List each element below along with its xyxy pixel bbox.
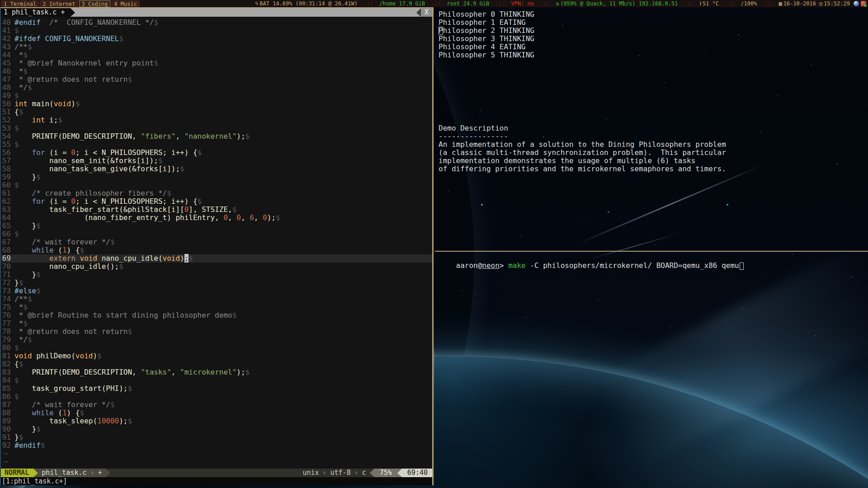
code-line[interactable]: 92#endif$ [1,441,432,450]
code-line[interactable]: 58 nano_task_sem_give(&forks[i]);$ [1,165,432,173]
vim-tab[interactable]: 1 phil_task.c + [1,8,71,17]
terminal-shell[interactable]: aaron@neon> make -C philosophers/microke… [435,251,868,488]
code-line[interactable]: 42#ifdef CONFIG_NANOKERNEL$ [1,35,432,43]
code-line[interactable]: 89 task_sleep(10000);$ [1,417,432,425]
code-line[interactable]: 71 }$ [1,271,432,279]
code-line[interactable]: 68 while (1) {$ [1,246,432,254]
line-number: 49 [1,92,14,100]
code-text: nano_task_sem_give(&forks[i]);$ [14,165,184,173]
code-line[interactable]: 66$ [1,230,432,238]
code-text: for (i = 0; i < N_PHILOSOPHERS; i++) {$ [14,197,202,206]
code-token [14,189,32,197]
code-line[interactable]: 86$ [1,393,432,401]
tray-network-icon[interactable] [854,1,859,6]
code-line[interactable]: 49$ [1,92,432,100]
code-line[interactable]: 76 * @brief Routine to start dining phil… [1,311,432,319]
code-line[interactable]: 83 PRINTF(DEMO_DESCRIPTION, "tasks", "mi… [1,368,432,376]
code-line[interactable]: 91}$ [1,433,432,441]
code-token: i; [45,116,58,124]
code-line[interactable]: 44 *$ [1,51,432,59]
code-line[interactable]: 87 /* wait forever */$ [1,401,432,409]
eol-marker: $ [14,392,19,401]
code-line[interactable]: 75 *$ [1,303,432,311]
code-text: * @brief Routine to start dining philoso… [14,311,236,319]
powerline-arrow-icon [397,469,402,477]
workspace-button[interactable]: 3 Coding [79,0,111,7]
code-text: /* create philosopher fibers */$ [14,189,171,197]
code-text: }$ [14,173,41,181]
code-line[interactable]: 51{$ [1,108,432,116]
code-line[interactable]: 88 while (1) {$ [1,409,432,417]
code-line[interactable]: 54 PRINTF(DEMO_DESCRIPTION, "fibers", "n… [1,132,432,141]
code-line[interactable]: 57 nano_sem_init(&forks[i]);$ [1,157,432,165]
code-line[interactable]: 67 /* wait forever */$ [1,238,432,246]
code-line[interactable]: 81void philDemo(void)$ [1,352,432,360]
disk-home-status: /home 17.9 GiB [379,0,425,7]
code-line[interactable]: 72}$ [1,279,432,287]
code-line[interactable]: 61 /* create philosopher fibers */$ [1,189,432,197]
code-line[interactable]: 84$ [1,376,432,385]
code-text: *$ [14,303,28,311]
code-line[interactable]: 50int main(void)$ [1,100,432,108]
eol-marker: $ [158,156,163,165]
code-line[interactable]: 79 */$ [1,336,432,344]
code-line[interactable]: 60$ [1,181,432,189]
code-line[interactable]: 43/**$ [1,43,432,51]
code-line[interactable]: 73#else$ [1,287,432,295]
tray-updates-icon[interactable] [861,1,866,6]
code-line[interactable]: 52 int i;$ [1,116,432,124]
workspace-button[interactable]: 1 Terminal [1,0,39,7]
code-line[interactable]: 70 nano_cpu_idle();$ [1,263,432,271]
code-line[interactable]: 46 *$ [1,67,432,75]
terminal-demo-output[interactable]: Philosopher 0 THINKINGPhilosopher 1 EATI… [435,8,868,250]
line-number: 71 [1,271,14,279]
code-line[interactable]: 85 task_group_start(PHI);$ [1,385,432,393]
code-line[interactable]: 56 for (i = 0; i < N_PHILOSOPHERS; i++) … [1,149,432,157]
code-token: 6 [250,213,254,222]
code-line[interactable]: 47 * @return does not return$ [1,75,432,84]
code-text: nano_cpu_idle();$ [14,263,123,271]
code-token: ) { [67,408,80,417]
code-token: } [14,278,19,287]
workspace-button[interactable]: 2 Internet [40,0,78,7]
code-line[interactable]: 53$ [1,124,432,132]
code-line[interactable]: 48 */$ [1,84,432,92]
workspace-button[interactable]: 4 Music [111,0,140,7]
code-line[interactable]: 78 * @return does not return$ [1,328,432,336]
line-number: 40 [1,19,14,27]
code-text: (nano_fiber_entry_t) philEntry, 0, 0, 6,… [14,214,280,222]
thin-separator-icon: ‹ [354,469,359,477]
code-line[interactable]: 40#endif /* CONFIG_NANOKERNEL */$ [1,19,432,27]
vim-code-area[interactable]: 40#endif /* CONFIG_NANOKERNEL */$41$42#i… [1,17,432,469]
terminal-cursor [740,263,744,270]
line-number: 67 [1,238,14,246]
prompt-user: aaron@ [456,261,482,270]
code-line[interactable]: 80$ [1,344,432,352]
tab-close-arrow-icon [416,8,421,17]
code-line[interactable]: 77 *$ [1,319,432,328]
line-number: 44 [1,51,14,59]
code-line[interactable]: 41$ [1,27,432,35]
line-number: 78 [1,328,14,336]
code-line[interactable]: 45 * @brief Nanokernel entry point$ [1,59,432,67]
line-number: 56 [1,149,14,157]
code-line[interactable]: 65 }$ [1,222,432,230]
code-token: nano_sem_init(&forks[i]); [14,156,158,165]
code-token: , [171,368,180,376]
eol-marker: $ [127,384,132,393]
tab-close-button[interactable]: X [421,8,432,17]
line-number: 79 [1,336,14,344]
code-token: /** [14,295,28,303]
code-line[interactable]: 59 }$ [1,173,432,181]
code-line[interactable]: 64 (nano_fiber_entry_t) philEntry, 0, 0,… [1,214,432,222]
vim-window[interactable]: 1 phil_task.c + X 40#endif /* CONFIG_NAN… [0,7,434,485]
code-line[interactable]: 74/**$ [1,295,432,303]
code-line[interactable]: 90 }$ [1,425,432,433]
code-line[interactable]: 82{$ [1,360,432,368]
code-line[interactable]: 63 task_fiber_start(&philStack[i][0], ST… [1,206,432,214]
blank-line [439,116,868,124]
code-line[interactable]: 55$ [1,141,432,149]
code-line[interactable]: 69 extern void nano_cpu_idle(void);$ [1,254,432,263]
eol-marker: $ [23,51,28,59]
code-line[interactable]: 62 for (i = 0; i < N_PHILOSOPHERS; i++) … [1,197,432,206]
